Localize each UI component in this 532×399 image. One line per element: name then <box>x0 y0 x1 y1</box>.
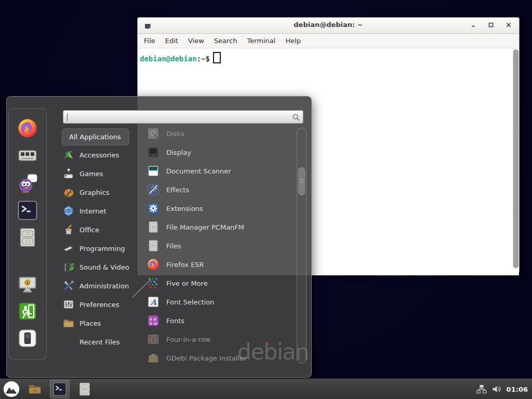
app-gdebi-package-installer[interactable]: GDebi Package Installer <box>144 349 291 367</box>
disks-icon <box>147 127 159 140</box>
terminal-menu-edit[interactable]: Edit <box>165 37 178 45</box>
internet-icon <box>63 205 74 217</box>
app-file-manager-pcmanfm[interactable]: File Manager PCManFM <box>144 218 291 236</box>
terminal-menu-help[interactable]: Help <box>285 37 301 45</box>
maximize-icon[interactable] <box>488 21 494 29</box>
four-in-a-row-icon <box>147 333 159 345</box>
terminal-menu-view[interactable]: View <box>188 37 204 45</box>
taskbar-tray: 01:06 <box>476 379 528 399</box>
network-icon[interactable] <box>476 384 487 394</box>
font-selection-icon: A <box>147 296 159 308</box>
firefox-icon <box>17 118 38 139</box>
favorite-terminal[interactable] <box>17 200 38 221</box>
app-files[interactable]: Files <box>144 236 291 255</box>
close-icon[interactable] <box>506 21 512 29</box>
category-preferences[interactable]: Preferences <box>62 295 144 314</box>
app-document-scanner[interactable]: Document Scanner <box>144 162 291 180</box>
app-label: Extensions <box>166 205 203 212</box>
svg-text:A: A <box>150 298 157 307</box>
terminal-scrollbar-thumb[interactable] <box>513 49 518 268</box>
category-label: Preferences <box>79 301 119 309</box>
app-display[interactable]: Display <box>144 143 291 162</box>
terminal-icon <box>17 200 38 221</box>
category-accessories[interactable]: Accessories <box>62 145 144 164</box>
app-label: Display <box>166 149 191 156</box>
firefox-icon <box>147 258 159 271</box>
app-disks[interactable]: Disks <box>144 124 291 143</box>
application-menu: debian All Applications AccessoriesGames… <box>6 96 312 378</box>
search-input[interactable] <box>63 111 303 123</box>
terminal-scrollbar[interactable] <box>512 48 518 270</box>
terminal-menu-search[interactable]: Search <box>214 37 237 45</box>
search-icon <box>292 113 300 122</box>
category-label: Programming <box>79 245 125 252</box>
taskbar-files[interactable] <box>76 381 93 397</box>
app-label: Font Selection <box>166 298 214 306</box>
app-fonts[interactable]: a aa ωFonts <box>144 311 291 330</box>
file-cabinet-icon <box>147 240 159 252</box>
app-font-selection[interactable]: AFont Selection <box>144 292 291 311</box>
terminal-menu-terminal[interactable]: Terminal <box>247 37 275 45</box>
accessories-icon <box>63 149 74 161</box>
terminal-title: debian@debian: ~ <box>138 21 519 29</box>
fonts-icon: a aa ω <box>147 314 159 327</box>
app-label: Effects <box>166 186 189 194</box>
category-games[interactable]: Games <box>62 164 144 183</box>
favorite-keyboard[interactable] <box>17 145 38 166</box>
app-label: Five or More <box>166 280 208 287</box>
menu-scrollbar[interactable] <box>297 128 307 364</box>
places-icon <box>63 317 74 329</box>
category-recent-files[interactable]: Recent Files <box>62 332 144 351</box>
terminal-cursor <box>213 52 221 63</box>
preferences-icon <box>63 299 74 310</box>
category-programming[interactable]: Programming <box>62 239 144 258</box>
menu-scrollbar-thumb[interactable] <box>298 167 305 195</box>
category-places[interactable]: Places <box>62 314 144 332</box>
category-internet[interactable]: Internet <box>62 202 144 220</box>
category-label: Office <box>79 226 99 234</box>
app-firefox-esr[interactable]: Firefox ESR <box>144 255 291 274</box>
folder-brown-icon: :D: <box>28 382 42 396</box>
session-lock-screen[interactable] <box>18 274 37 294</box>
category-graphics[interactable]: Graphics <box>62 183 144 202</box>
pidgin-icon <box>17 173 38 194</box>
file-cabinet-icon <box>77 382 92 396</box>
session-log-out[interactable] <box>18 301 37 321</box>
favorite-file-manager[interactable] <box>17 227 38 248</box>
office-icon <box>63 224 74 235</box>
terminal-titlebar[interactable]: debian@debian: ~ <box>138 18 519 34</box>
all-applications-button[interactable]: All Applications <box>62 128 129 145</box>
volume-icon[interactable] <box>491 384 502 394</box>
app-extensions[interactable]: Extensions <box>144 199 291 218</box>
graphics-icon <box>63 187 74 198</box>
keyboard-icon <box>17 145 38 166</box>
favorite-firefox[interactable] <box>17 118 38 139</box>
gdebi-icon <box>147 352 159 364</box>
taskbar-menu[interactable] <box>3 381 20 397</box>
document-scanner-icon <box>147 165 159 177</box>
terminal-menu-file[interactable]: File <box>144 37 155 45</box>
taskbar-file-manager[interactable]: :D: <box>26 381 43 397</box>
session-shut-down[interactable] <box>18 328 37 348</box>
category-label: Internet <box>79 207 107 215</box>
favorite-pidgin[interactable] <box>17 173 38 194</box>
programming-icon <box>63 243 74 254</box>
category-administration[interactable]: Administration <box>62 276 144 295</box>
category-sound-video[interactable]: Sound & Video <box>62 258 144 276</box>
minimize-icon[interactable] <box>470 21 476 29</box>
taskbar-terminal[interactable] <box>50 380 70 398</box>
category-label: Games <box>79 170 103 178</box>
display-icon <box>147 146 159 158</box>
app-four-in-a-row[interactable]: Four-in-a-row <box>144 330 291 349</box>
app-effects[interactable]: Effects <box>144 180 291 199</box>
taskbar-launchers: :D: <box>3 379 93 399</box>
svg-text::D:: :D: <box>32 389 38 393</box>
app-five-or-more[interactable]: Five or More <box>144 274 291 292</box>
app-label: Four-in-a-row <box>166 336 210 343</box>
shutdown-icon <box>18 328 37 348</box>
category-label: Sound & Video <box>79 263 129 271</box>
clock: 01:06 <box>507 385 528 393</box>
prompt-path: :~$ <box>197 55 210 63</box>
category-office[interactable]: Office <box>62 220 144 239</box>
sound-video-icon <box>63 261 74 273</box>
